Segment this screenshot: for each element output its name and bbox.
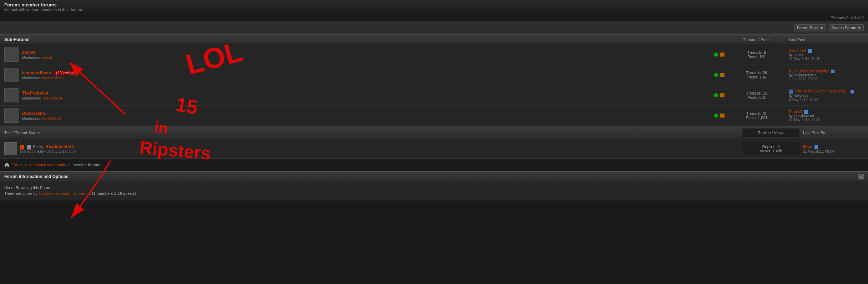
lastpost-title[interactable]: Gratitude!	[789, 49, 864, 53]
search-forum-button[interactable]: Search Forum ▼	[829, 24, 864, 31]
col-lastpost-header: Last Post	[785, 37, 864, 42]
subforum-info: keyboardlover (2 Viewing) Moderators: ke…	[22, 70, 714, 80]
subforum-name-theprofosist[interactable]: TheProfosist	[22, 91, 48, 96]
thread-row: Sticky: Readme first!! Started by iMav, …	[0, 140, 868, 158]
lastpost-new-icon	[851, 90, 854, 93]
col-lastpost-keyboardlover: KL's Keyboard Wishlist by keyboardlover …	[785, 69, 864, 81]
lastpost-date: 27 May 2012, 10:18	[789, 57, 864, 61]
subforum-row: ashort Moderators: ashort Threads: 8 Pos…	[0, 45, 868, 65]
subforum-row: TheProfosist Moderators: TheProfosist Th…	[0, 85, 868, 106]
subforum-name-keyboardlover[interactable]: keyboardlover	[22, 70, 51, 75]
lastpost-title[interactable]: Cherry MX Switch Swapping...	[789, 89, 864, 93]
col-threads-posts-keyboardlover: Threads: 39 Posts: 786	[728, 71, 785, 79]
lastpost-new-icon	[831, 70, 834, 73]
col-threads-posts-header: Threads / Posts	[728, 37, 785, 42]
col-lastpostby-header: Last Post By	[800, 131, 864, 135]
thread-title[interactable]: Readme first!!	[46, 144, 75, 149]
browsing-text: There are currently 17 users browsing th…	[4, 191, 864, 196]
status-online-dot	[714, 52, 718, 57]
lastpost-by: by ripster	[789, 53, 864, 57]
subforums-title: Sub-Forums	[4, 37, 30, 42]
thread-avatar	[4, 142, 17, 155]
lastpost-date: 31 May 2012, 22:17	[789, 118, 864, 122]
lastpostby-date: 31 Aug 2011, 08:04	[803, 149, 864, 153]
status-square	[720, 113, 725, 118]
col-replies-views: Replies: 0 Views: 1,498	[742, 142, 800, 155]
lastpostby-new-icon	[814, 145, 818, 149]
subforum-name-dangwang[interactable]: DanGWanG	[22, 111, 46, 116]
breadcrumb-current: member forums	[72, 163, 100, 167]
col-title-header: Title / Thread Starter	[4, 131, 742, 135]
subforum-viewing: (2 Viewing)	[54, 71, 76, 75]
subforum-status-icons	[714, 73, 725, 77]
browsing-link[interactable]: 17 users browsing this forum	[39, 191, 89, 196]
subforum-icon	[4, 47, 19, 62]
subforum-icon	[4, 108, 19, 123]
breadcrumb-arrow1: »	[25, 163, 27, 167]
lastpost-by: by jonnybastard	[789, 114, 864, 118]
subforum-moderators: Moderators: keyboardlover	[22, 76, 714, 80]
thread-started: Started by iMav, 31 Aug 2011 08:04	[20, 149, 742, 153]
breadcrumb-bar: Forum » geekhack community » member foru…	[0, 158, 868, 171]
threads-counter: Threads 0 to 0 of 0	[0, 14, 868, 21]
subforum-moderators: Moderators: TheProfosist	[22, 96, 714, 100]
forum-info-title: Forum Information and Options	[4, 174, 68, 179]
col-threads-posts-dangwang: Threads: 31 Posts: 1,091	[728, 111, 785, 120]
forum-tools-button[interactable]: Forum Tools ▼	[795, 24, 826, 31]
breadcrumb-home-link[interactable]: Forum	[11, 163, 23, 167]
col-lastpost-ashort: Gratitude! by ripster 27 May 2012, 10:18	[785, 49, 864, 61]
browsing-label: Users Browsing this Forum	[4, 186, 864, 190]
col-replies-views-header: Replies / Views	[742, 128, 800, 137]
moderator-link[interactable]: ashort	[42, 56, 52, 60]
status-online-dot	[714, 113, 718, 118]
col-threads-posts-theprofosist: Threads: 15 Posts: 801	[728, 91, 785, 100]
col-lastpostby: iMav 31 Aug 2011, 08:04	[800, 144, 864, 153]
forum-subtitle: interact with veteran members in their f…	[4, 7, 864, 12]
subforum-row: DanGWanG Moderators: DanGWanG Threads: 3…	[0, 106, 868, 126]
lock-icon	[27, 145, 31, 149]
subforum-info: DanGWanG Moderators: DanGWanG	[22, 111, 714, 121]
lastpost-title[interactable]: KL's Keyboard Wishlist	[789, 69, 864, 73]
lastpost-date: 3 May 2012, 19:35	[789, 98, 864, 102]
subforum-status-icons	[714, 93, 725, 97]
scroll-top-button[interactable]: ▲	[858, 174, 864, 179]
subforum-info: TheProfosist Moderators: TheProfosist	[22, 91, 714, 100]
forum-info-header: Forum Information and Options ▲	[0, 171, 868, 182]
status-square	[720, 52, 725, 57]
toolbar-bar: Forum Tools ▼ Search Forum ▼	[0, 21, 868, 35]
subforum-icon	[4, 88, 19, 102]
subforum-icon	[4, 68, 19, 82]
home-icon	[4, 162, 9, 167]
moderator-link[interactable]: TheProfosist	[42, 96, 62, 100]
subforum-moderators: Moderators: DanGWanG	[22, 117, 714, 121]
lastpost-new-icon	[804, 110, 808, 114]
threads-section-header: Title / Thread Starter Replies / Views L…	[0, 126, 868, 140]
subforum-status-icons	[714, 52, 725, 57]
col-lastpost-dangwang: Diablo3 by jonnybastard 31 May 2012, 22:…	[785, 110, 864, 122]
lastpost-by: by keyboardlover	[789, 73, 864, 77]
subforum-row: keyboardlover (2 Viewing) Moderators: ke…	[0, 65, 868, 85]
lastpost-new-icon	[808, 49, 812, 53]
status-square	[720, 73, 725, 77]
lastpostby-name[interactable]: iMav	[803, 144, 864, 149]
thread-info: Sticky: Readme first!! Started by iMav, …	[20, 144, 742, 153]
status-online-dot	[714, 73, 718, 77]
sticky-icon	[20, 145, 24, 149]
lastpost-date: 1 Jun 2012, 07:06	[789, 77, 864, 81]
moderator-link[interactable]: keyboardlover	[42, 76, 65, 80]
status-square	[720, 93, 725, 97]
lastpost-title[interactable]: Diablo3	[789, 110, 864, 114]
breadcrumb-link1[interactable]: geekhack community	[29, 163, 66, 167]
subforums-section-header: Sub-Forums Threads / Posts Last Post	[0, 35, 868, 45]
lastpost-by: by Kellybear	[789, 94, 864, 98]
doc-icon	[789, 90, 793, 94]
subforum-moderators: Moderators: ashort	[22, 56, 714, 60]
col-threads-posts-ashort: Threads: 8 Posts: 181	[728, 50, 785, 59]
forum-info-content: Users Browsing this Forum There are curr…	[0, 182, 868, 201]
moderator-link[interactable]: DanGWanG	[42, 117, 61, 121]
forum-title: Forum: member forums	[4, 2, 864, 7]
subforum-name-ashort[interactable]: ashort	[22, 50, 35, 55]
top-header: Forum: member forums interact with veter…	[0, 0, 868, 14]
subforum-status-icons	[714, 113, 725, 118]
thread-type: Sticky:	[33, 144, 44, 149]
